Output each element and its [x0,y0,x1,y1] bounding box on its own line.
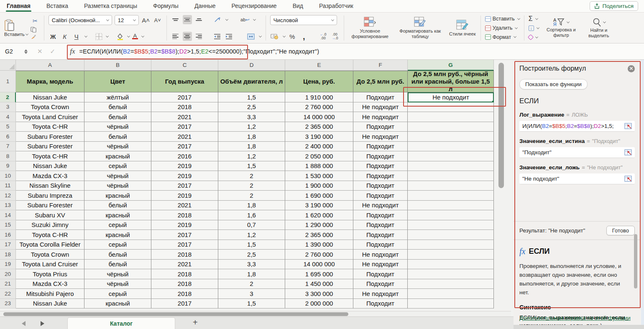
fill-button[interactable]: ↓ [529,24,539,32]
grid-cell[interactable]: 1,8 [218,201,285,211]
grid-cell[interactable] [408,181,494,191]
grid-cell[interactable]: Nissan Juke [16,161,84,171]
grid-cell[interactable]: Не подходит [353,250,408,260]
align-left-icon[interactable] [171,32,180,41]
grid-cell[interactable]: 2,5 [218,102,285,112]
grid-cell[interactable]: 2018 [151,102,218,112]
grid-cell[interactable]: красный [84,191,151,201]
grid-cell[interactable]: 2,5 [218,250,285,260]
grid-cell[interactable]: Mazda CX-3 [16,279,84,289]
find-select-button[interactable]: Найти и выделить [583,18,614,38]
merge-center-icon[interactable] [246,32,256,41]
grid-cell[interactable]: Не подходит [353,102,408,112]
done-button[interactable]: Готово [606,226,635,235]
row-header-17[interactable]: 17 [0,240,16,250]
grid-cell[interactable]: Подходит [353,230,408,240]
grid-cell[interactable]: Подходит [353,279,408,289]
formula-input[interactable]: =ЕСЛИ(И(ИЛИ(B2=$B$5;B2=$B$8);D2>1,5;E2<=… [79,48,319,55]
grid-cell[interactable]: 2018 [151,289,218,299]
column-header-G[interactable]: G [408,60,494,71]
grid-cell[interactable]: серый [84,289,151,299]
more-help-link[interactable]: Дополнительная справка по этой функции [519,315,631,321]
grid-cell[interactable] [408,289,494,299]
grid-cell[interactable]: белый [84,132,151,142]
row-header-11[interactable]: 11 [0,181,16,191]
grid-cell[interactable]: Subaru XV [16,210,84,220]
grid-cell[interactable]: красный [84,230,151,240]
fill-color-icon[interactable] [117,33,124,40]
next-sheet-icon[interactable] [41,321,44,326]
grid-cell[interactable]: 3,3 [218,260,285,270]
arg-input-false[interactable]: "Не подходит" [519,173,635,184]
grid-cell[interactable]: 2016 [151,151,218,161]
grid-cell[interactable]: Toyota Crown [16,102,84,112]
grid-cell[interactable]: Nissan Skyline [16,181,84,191]
grid-cell[interactable]: 3,3 [218,112,285,122]
grid-cell[interactable] [408,250,494,260]
grid-cell[interactable]: чёрный [84,279,151,289]
insert-cells-button[interactable]: Вставить [485,15,520,23]
ribbon-tab-4[interactable]: Данные [194,0,217,12]
currency-icon[interactable] [270,32,279,41]
row-header-7[interactable]: 7 [0,142,16,152]
grid-cell[interactable]: Не подходит [353,201,408,211]
grid-cell[interactable]: 1,2 [218,151,285,161]
row-header-16[interactable]: 16 [0,230,16,240]
grid-cell[interactable]: 2017 [151,230,218,240]
range-picker-icon[interactable] [624,149,632,156]
grid-cell[interactable]: Suzuki Jimny [16,220,84,230]
align-center-icon[interactable] [183,32,192,41]
grid-cell[interactable]: 1,5 [218,92,285,102]
show-all-functions-button[interactable]: Показать все функции [519,79,588,89]
grid-cell[interactable]: Подходит [353,269,408,279]
sheet-tab-katalog[interactable]: Каталог [67,317,175,329]
row-header-14[interactable]: 14 [0,210,16,220]
grid-cell[interactable]: 1 450 000 [285,279,353,289]
grid-cell[interactable]: 1 390 000 [285,240,353,250]
row-header-1[interactable]: 1 [0,71,16,92]
grid-cell[interactable]: 2017 [151,299,218,309]
grid-cell[interactable]: красный [84,299,151,309]
grid-cell[interactable]: 1,5 [218,299,285,309]
grid-cell[interactable]: чёрный [84,181,151,191]
grid-cell[interactable]: Nissan Juke [16,299,84,309]
table-header-cell[interactable]: Цвет [84,71,151,92]
ribbon-tab-2[interactable]: Разметка страницы [83,0,138,12]
grid-cell[interactable]: Subaru Impreza [16,191,84,201]
grid-cell[interactable]: 2018 [151,250,218,260]
grid-cell[interactable] [408,269,494,279]
name-box-stepper[interactable] [24,49,28,54]
column-header-C[interactable]: C [151,60,218,71]
format-cells-button[interactable]: Формат [485,33,520,41]
grid-cell[interactable]: 3 190 000 [285,201,353,211]
grid-cell[interactable]: серый [84,240,151,250]
row-header-20[interactable]: 20 [0,269,16,279]
orientation-icon[interactable] [213,15,222,24]
cancel-entry-icon[interactable]: ✕ [37,48,43,55]
increase-indent-icon[interactable] [225,32,234,41]
borders-icon[interactable] [95,33,102,40]
grid-cell[interactable]: Подходит [353,142,408,152]
ribbon-tab-0[interactable]: Главная [6,0,31,12]
grid-cell[interactable]: 1 695 000 [285,269,353,279]
grid-cell[interactable]: Подходит [353,122,408,132]
grid-cell[interactable]: 2 365 000 [285,230,353,240]
grid-cell[interactable]: 2021 [151,201,218,211]
grid-cell[interactable]: Subaru Forester [16,132,84,142]
panel-scrollbar[interactable] [634,234,637,288]
grid-cell[interactable]: Не подходит [353,260,408,270]
font-size-select[interactable]: 12 [115,15,139,25]
row-header-2[interactable]: 2 [0,92,16,102]
grid-cell[interactable]: чёрный [84,171,151,181]
grid-cell[interactable]: Не подходит [353,112,408,122]
bold-button[interactable]: Ж [49,32,58,41]
add-sheet-button[interactable]: + [193,318,198,329]
grid-cell[interactable]: Подходит [353,240,408,250]
row-header-3[interactable]: 3 [0,102,16,112]
ribbon-tab-5[interactable]: Рецензирование [231,0,278,12]
grid-cell[interactable]: 2019 [151,191,218,201]
grid-cell[interactable] [408,201,494,211]
ribbon-tab-6[interactable]: Вид [292,0,304,12]
percent-icon[interactable]: % [288,32,297,41]
column-headers[interactable]: ABCDEFG [0,60,511,71]
